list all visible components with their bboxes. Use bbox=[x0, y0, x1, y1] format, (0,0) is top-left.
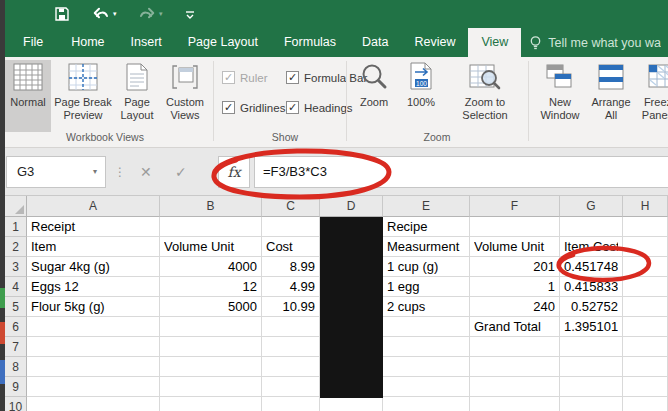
gridlines-checkmark-icon[interactable]: ✓ bbox=[222, 101, 235, 114]
tab-file[interactable]: File bbox=[8, 28, 58, 57]
name-box-caret-icon[interactable]: ▾ bbox=[93, 157, 97, 187]
new-window-button[interactable]: New Window bbox=[533, 60, 587, 122]
zoom-to-selection-button[interactable]: Zoom to Selection bbox=[448, 60, 522, 122]
grid-column-line bbox=[469, 217, 470, 411]
row-header-5[interactable]: 5 bbox=[5, 297, 27, 317]
cell-A1[interactable]: Receipt bbox=[31, 217, 155, 237]
cell-A5[interactable]: Flour 5kg (g) bbox=[31, 297, 155, 317]
cell-A4[interactable]: Eggs 12 bbox=[31, 277, 155, 297]
tab-view[interactable]: View bbox=[468, 28, 521, 57]
cell-B3[interactable]: 4000 bbox=[164, 257, 257, 277]
tab-insert[interactable]: Insert bbox=[118, 28, 175, 57]
cell-A2[interactable]: Item bbox=[31, 237, 155, 257]
insert-function-button[interactable]: fx bbox=[218, 156, 250, 188]
row-header-6[interactable]: 6 bbox=[5, 317, 27, 337]
redacted-column-d bbox=[320, 217, 383, 398]
row-header-7[interactable]: 7 bbox=[5, 337, 27, 357]
column-header-E[interactable]: E bbox=[383, 196, 470, 217]
redo-button: ▾ bbox=[138, 5, 163, 23]
tab-home[interactable]: Home bbox=[58, 28, 117, 57]
arrange-all-icon bbox=[589, 60, 633, 94]
arrange-all-button[interactable]: Arrange All bbox=[589, 60, 633, 122]
column-header-B[interactable]: B bbox=[160, 196, 262, 217]
cell-C5[interactable]: 10.99 bbox=[266, 297, 315, 317]
cell-C3[interactable]: 8.99 bbox=[266, 257, 315, 277]
cell-F3[interactable]: 201 bbox=[474, 257, 555, 277]
cell-F5[interactable]: 240 bbox=[474, 297, 555, 317]
cell-F4[interactable]: 1 bbox=[474, 277, 555, 297]
worksheet: ABCDEFGH12345678910ReceiptItemVolume Uni… bbox=[0, 196, 668, 411]
formula-bar-checkmark-icon[interactable]: ✓ bbox=[286, 71, 299, 84]
checkbox-gridlines[interactable]: ✓ Gridlines bbox=[222, 101, 285, 114]
row-header-1[interactable]: 1 bbox=[5, 217, 27, 237]
row-header-8[interactable]: 8 bbox=[5, 357, 27, 377]
grid-column-line bbox=[159, 217, 160, 411]
cell-A3[interactable]: Sugar 4kg (g) bbox=[31, 257, 155, 277]
ribbon-tab-bar: File Home Insert Page Layout Formulas Da… bbox=[0, 28, 668, 57]
tell-me-label: Tell me what you wa bbox=[548, 36, 661, 50]
cell-F2[interactable]: Volume Unit bbox=[474, 237, 555, 257]
row-header-2[interactable]: 2 bbox=[5, 237, 27, 257]
row-header-3[interactable]: 3 bbox=[5, 257, 27, 277]
cell-B2[interactable]: Volume Unit bbox=[164, 237, 257, 257]
cell-G5[interactable]: 0.52752 bbox=[564, 297, 618, 317]
column-header-G[interactable]: G bbox=[560, 196, 623, 217]
column-header-H[interactable]: H bbox=[623, 196, 668, 217]
zoom-to-selection-icon bbox=[448, 60, 522, 94]
title-bar: ▾ ▾ bbox=[0, 0, 668, 28]
tab-formulas[interactable]: Formulas bbox=[271, 28, 349, 57]
undo-dropdown-caret-icon[interactable]: ▾ bbox=[113, 10, 117, 18]
save-icon[interactable] bbox=[54, 5, 70, 23]
excel-window: ▾ ▾ File Home Insert Page Layout Formula… bbox=[0, 0, 668, 411]
cell-G6[interactable]: 1.395101 bbox=[564, 317, 618, 337]
ruler-checkmark-icon: ✓ bbox=[222, 71, 235, 84]
column-header-F[interactable]: F bbox=[470, 196, 560, 217]
column-header-D[interactable]: D bbox=[320, 196, 383, 217]
tell-me-box[interactable]: Tell me what you wa bbox=[529, 28, 661, 57]
cell-C2[interactable]: Cost bbox=[266, 237, 315, 257]
custom-views-button[interactable]: Custom Views bbox=[161, 60, 209, 122]
undo-button[interactable]: ▾ bbox=[92, 5, 117, 23]
tab-review[interactable]: Review bbox=[401, 28, 468, 57]
zoom-100-button[interactable]: 100 100% bbox=[398, 60, 444, 109]
freeze-panes-button[interactable]: Freeze Panes ▾ bbox=[635, 60, 668, 123]
cell-C4[interactable]: 4.99 bbox=[266, 277, 315, 297]
tab-page-layout[interactable]: Page Layout bbox=[175, 28, 271, 57]
page-break-preview-button[interactable]: Page Break Preview bbox=[53, 60, 113, 122]
zoom-button[interactable]: Zoom bbox=[352, 60, 396, 109]
freeze-panes-icon bbox=[635, 60, 668, 94]
group-separator bbox=[346, 61, 347, 141]
cell-F6[interactable]: Grand Total bbox=[474, 317, 555, 337]
cell-E4[interactable]: 1 egg bbox=[387, 277, 465, 297]
cell-B5[interactable]: 5000 bbox=[164, 297, 257, 317]
row-header-4[interactable]: 4 bbox=[5, 277, 27, 297]
cell-G2[interactable]: Item Cost bbox=[564, 237, 618, 257]
row-header-9[interactable]: 9 bbox=[5, 377, 27, 397]
cell-E5[interactable]: 2 cups bbox=[387, 297, 465, 317]
redo-dropdown-caret-icon: ▾ bbox=[159, 10, 163, 18]
row-header-10[interactable]: 10 bbox=[5, 397, 27, 411]
cell-E2[interactable]: Measurment bbox=[387, 237, 465, 257]
grid-column-line bbox=[622, 217, 623, 411]
customize-quick-access-toolbar-icon[interactable] bbox=[184, 5, 196, 23]
cell-G4[interactable]: 0.415833 bbox=[564, 277, 618, 297]
column-header-A[interactable]: A bbox=[27, 196, 160, 217]
headings-checkmark-icon[interactable]: ✓ bbox=[286, 101, 299, 114]
checkbox-headings[interactable]: ✓ Headings bbox=[286, 101, 353, 114]
formula-bar-resizer[interactable]: ⋮ bbox=[114, 156, 126, 188]
name-box[interactable]: G3 ▾ bbox=[6, 156, 106, 188]
normal-view-button[interactable]: Normal bbox=[5, 60, 51, 132]
column-header-C[interactable]: C bbox=[262, 196, 320, 217]
select-all-corner[interactable] bbox=[5, 196, 27, 217]
formula-bar-strip: G3 ▾ ⋮ ✕ ✓ fx =F3/B3*C3 bbox=[0, 148, 668, 196]
cell-G3[interactable]: 0.451748 bbox=[564, 257, 618, 277]
cell-B4[interactable]: 12 bbox=[164, 277, 257, 297]
cell-E1[interactable]: Recipe bbox=[387, 217, 465, 237]
new-window-icon bbox=[533, 60, 587, 94]
formula-input[interactable]: =F3/B3*C3 bbox=[254, 156, 668, 188]
tab-data[interactable]: Data bbox=[349, 28, 401, 57]
grid-column-line bbox=[261, 217, 262, 411]
page-layout-view-icon bbox=[115, 60, 159, 94]
page-layout-view-button[interactable]: Page Layout bbox=[115, 60, 159, 122]
cell-E3[interactable]: 1 cup (g) bbox=[387, 257, 465, 277]
